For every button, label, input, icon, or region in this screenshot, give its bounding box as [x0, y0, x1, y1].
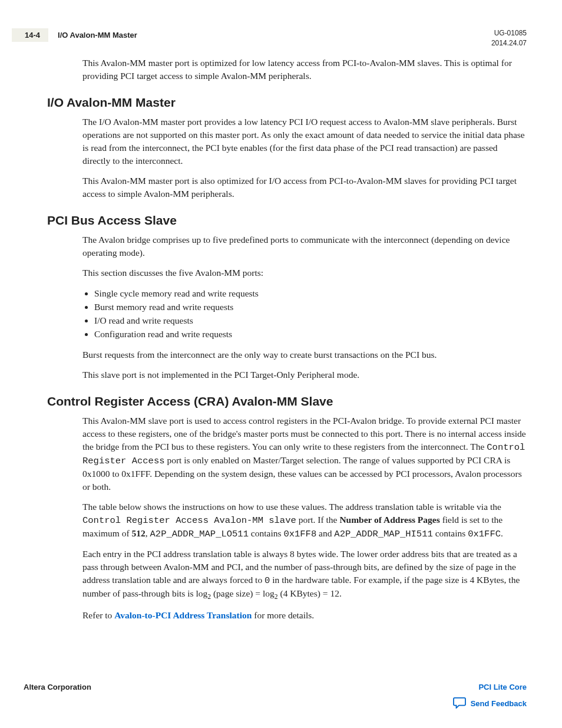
s1-p2: This Avalon-MM master port is also optim…: [82, 174, 527, 200]
list-item: Single cycle memory read and write reque…: [94, 286, 527, 300]
doc-id: UG-01085: [491, 28, 527, 38]
send-feedback-link[interactable]: Send Feedback: [453, 697, 527, 710]
s3-p2: The table below shows the instructions o…: [82, 500, 527, 541]
page-number: 14-4: [12, 28, 48, 42]
list-item: I/O read and write requests: [94, 314, 527, 327]
page-footer: Altera Corporation PCI Lite Core: [24, 683, 527, 691]
s3-p3: Each entry in the PCI address translatio…: [82, 548, 527, 602]
feedback-label: Send Feedback: [471, 699, 527, 708]
footer-link-pci-lite[interactable]: PCI Lite Core: [478, 683, 527, 691]
s3-p1: This Avalon-MM slave port is used to acc…: [82, 414, 527, 493]
intro-paragraph: This Avalon-MM master port is optimized …: [82, 57, 527, 83]
heading-io-avalon: I/O Avalon-MM Master: [47, 95, 527, 110]
s2-p2: This section discusses the five Avalon-M…: [82, 266, 527, 279]
heading-cra: Control Register Access (CRA) Avalon-MM …: [47, 394, 527, 409]
section-io-avalon: The I/O Avalon-MM master port provides a…: [35, 116, 527, 200]
speech-bubble-icon: [453, 697, 466, 710]
header-section-title: I/O Avalon-MM Master: [58, 28, 491, 39]
list-item: Burst memory read and write requests: [94, 300, 527, 314]
header-doc-info: UG-01085 2014.24.07: [491, 28, 527, 48]
list-item: Configuration read and write requests: [94, 327, 527, 341]
page-header: 14-4 I/O Avalon-MM Master UG-01085 2014.…: [35, 28, 527, 48]
s1-p1: The I/O Avalon-MM master port provides a…: [82, 116, 527, 167]
footer-corporation: Altera Corporation: [24, 683, 91, 691]
s2-p4: This slave port is not implemented in th…: [82, 368, 527, 381]
heading-pci-bus: PCI Bus Access Slave: [47, 213, 527, 228]
s2-list: Single cycle memory read and write reque…: [82, 286, 527, 341]
s2-p3: Burst requests from the interconnect are…: [82, 348, 527, 361]
link-avalon-pci-translation[interactable]: Avalon-to-PCI Address Translation: [114, 610, 252, 620]
doc-date: 2014.24.07: [491, 38, 527, 48]
intro-block: This Avalon-MM master port is optimized …: [35, 57, 527, 83]
s2-p1: The Avalon bridge comprises up to five p…: [82, 233, 527, 259]
s3-p4: Refer to Avalon-to-PCI Address Translati…: [82, 609, 527, 622]
section-pci-bus: The Avalon bridge comprises up to five p…: [35, 233, 527, 381]
section-cra: This Avalon-MM slave port is used to acc…: [35, 414, 527, 622]
